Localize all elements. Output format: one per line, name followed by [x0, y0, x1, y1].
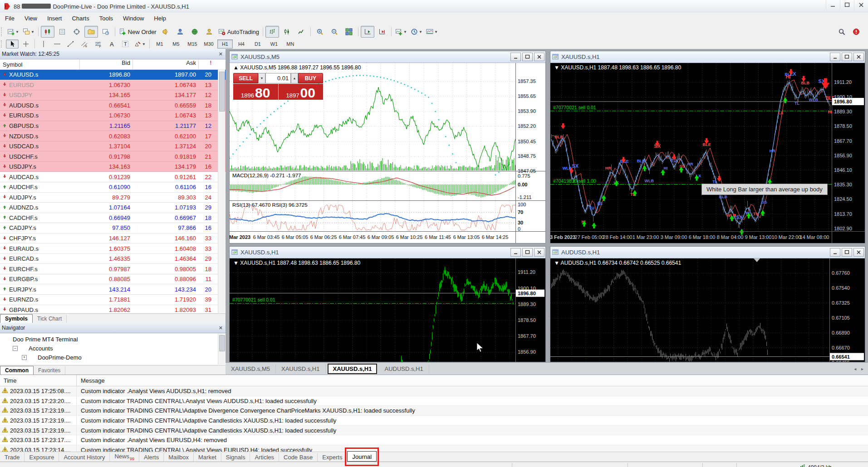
timeframe-h1-button[interactable]: H1 [217, 39, 233, 49]
data-window-toggle[interactable] [55, 26, 69, 38]
lot-size-input[interactable]: 0.01 [265, 73, 291, 83]
market-watch-row[interactable]: AUDUSD.s0.665410.6655918 [0, 101, 226, 111]
chart-tab-xauusd-s-h1-2[interactable]: XAUUSD.s,H1 [328, 364, 378, 374]
market-watch-row[interactable]: AUDCHF.s0.610900.6110616 [0, 182, 226, 193]
terminal-tab-exposure[interactable]: Exposure [25, 453, 59, 462]
horizontal-line-tool-button[interactable] [51, 39, 64, 49]
market-watch-row[interactable]: USDCHF.s0.917980.9181921 [0, 151, 226, 162]
channel-tool-button[interactable]: E [78, 39, 91, 49]
chart-canvas[interactable]: 0.677600.675400.673250.671050.668900.666… [550, 258, 865, 362]
market-watch-row[interactable]: USDJPY134.165134.17712 [0, 90, 226, 101]
menu-item-help[interactable]: Help [149, 13, 171, 24]
market-watch-row[interactable]: EURNZD.s1.718811.7192039 [0, 295, 226, 305]
window-maximize-button[interactable] [840, 0, 854, 10]
periods-button[interactable]: ▼ [409, 26, 424, 38]
zoom-out-button[interactable] [328, 26, 341, 38]
journal-row[interactable]: 2023.03.15 17:23:19....Custom indicator … [0, 406, 868, 416]
market-watch-row[interactable]: USDCAD.s1.371041.3712420 [0, 141, 226, 152]
zoom-in-button[interactable] [313, 26, 327, 38]
terminal-tab-account-history[interactable]: Account History [59, 453, 110, 462]
shapes-tool-button[interactable]: ▼ [132, 39, 147, 49]
chart-close-button[interactable] [853, 53, 864, 61]
market-watch-toggle[interactable] [41, 26, 54, 38]
chart-minimize-button[interactable] [830, 248, 840, 257]
timeframe-m5-button[interactable]: M5 [168, 39, 184, 49]
chart-titlebar[interactable]: XAUUSD.s,M5 [230, 51, 545, 63]
buy-price[interactable]: 189700 [279, 84, 324, 100]
help-button[interactable] [849, 26, 863, 38]
chart-tab-audusd-s-h1-3[interactable]: AUDUSD.s,H1 [379, 364, 429, 374]
menu-item-view[interactable]: View [20, 13, 42, 24]
menu-item-tools[interactable]: Tools [94, 13, 118, 24]
collapse-icon[interactable]: − [13, 346, 18, 351]
auto-scroll-toggle[interactable] [361, 26, 374, 38]
navigator-tab-common[interactable]: Common [0, 366, 34, 375]
market-watch-row[interactable]: USDJPY.s134.163134.17916 [0, 162, 226, 172]
column-header-[interactable]: ! [198, 59, 213, 69]
market-watch-scrollbar[interactable] [218, 69, 225, 313]
market-watch-row[interactable]: CADCHF.s0.669490.6696718 [0, 213, 226, 224]
market-watch-row[interactable]: EURUSD1.067301.0674313 [0, 80, 226, 91]
templates-button[interactable]: ▼ [425, 26, 439, 38]
chart-restore-button[interactable] [842, 53, 852, 61]
market-watch-row[interactable]: EURJPY.s143.214143.23420 [0, 284, 226, 295]
chart-minimize-button[interactable] [830, 53, 840, 61]
navigator-scrollbar[interactable] [218, 333, 225, 365]
expand-icon[interactable]: + [22, 355, 27, 360]
navigator-item-accounts[interactable]: −Accounts [0, 344, 226, 353]
terminal-tab-market[interactable]: Market [194, 453, 221, 462]
new-order-button[interactable]: New Order [118, 26, 158, 38]
navigator-toggle[interactable] [70, 26, 83, 38]
sell-price[interactable]: 189680 [233, 84, 278, 100]
column-header-bid[interactable]: Bid [79, 59, 132, 69]
navigator-close-icon[interactable]: ✕ [219, 325, 223, 331]
terminal-tab-articles[interactable]: Articles [250, 453, 279, 462]
chart-shift-toggle[interactable] [375, 26, 389, 38]
strategy-tester-toggle[interactable] [99, 26, 113, 38]
market-watch-row[interactable]: GBPUSD.s1.211651.2117712 [0, 121, 226, 131]
timeframe-mn-button[interactable]: MN [283, 39, 298, 49]
sell-button[interactable]: SELL [233, 73, 258, 83]
chart-restore-button[interactable] [842, 248, 852, 257]
market-watch-row[interactable]: EURUSD.s1.067301.0674313 [0, 111, 226, 121]
journal-row[interactable]: 2023.03.15 17:23:20....Custom indicator … [0, 396, 868, 406]
candlestick-mode-button[interactable] [280, 26, 294, 38]
timeframe-m15-button[interactable]: M15 [185, 39, 200, 49]
lot-increase-button[interactable]: ▲ [291, 73, 298, 83]
chart-close-button[interactable] [534, 53, 544, 61]
terminal-toggle[interactable] [84, 26, 98, 38]
market-watch-row[interactable]: EURCHF.s0.979870.9800518 [0, 264, 226, 274]
market-watch-row[interactable]: AUDNZD.s1.071641.0719329 [0, 203, 226, 213]
buy-button[interactable]: BUY [298, 73, 323, 83]
column-header-message[interactable]: Message [76, 377, 105, 384]
column-header-symbol[interactable]: Symbol [0, 59, 79, 69]
chart-tab-xauusd-s-m5-0[interactable]: XAUUSD.s,M5 [226, 364, 276, 374]
chart-restore-button[interactable] [522, 53, 533, 61]
market-watch-row[interactable]: EURCAD.s1.463351.4636429 [0, 254, 226, 264]
menu-item-file[interactable]: File [0, 13, 20, 24]
notifications-button[interactable] [188, 26, 201, 38]
market-watch-row[interactable]: CADJPY.s97.85097.86616 [0, 223, 226, 234]
navigator-item-dooprime-demo[interactable]: +DooPrime-Demo [0, 353, 226, 362]
chart-titlebar[interactable]: XAUUSD.s,H1 [230, 247, 545, 258]
terminal-tab-alerts[interactable]: Alerts [139, 453, 164, 462]
community-button[interactable] [173, 26, 187, 38]
terminal-tab-news[interactable]: News99 [110, 452, 139, 462]
chart-close-button[interactable] [534, 248, 544, 257]
timeframe-m1-button[interactable]: M1 [152, 39, 167, 49]
window-minimize-button[interactable] [826, 0, 840, 10]
chart-minimize-button[interactable] [510, 248, 521, 257]
journal-row[interactable]: 2023.03.15 17:23:17....Custom indicator … [0, 435, 868, 445]
window-close-button[interactable] [854, 0, 868, 10]
market-watch-row[interactable]: EURGBP.s0.880850.8809611 [0, 274, 226, 285]
search-button[interactable] [835, 26, 848, 38]
terminal-tab-mailbox[interactable]: Mailbox [164, 453, 194, 462]
terminal-tab-code-base[interactable]: Code Base [279, 453, 318, 462]
timeframe-w1-button[interactable]: W1 [266, 39, 282, 49]
journal-row[interactable]: 2023.03.15 17:23:19....Custom indicator … [0, 416, 868, 426]
chart-minimize-button[interactable] [510, 53, 521, 61]
column-header-time[interactable]: Time [0, 377, 76, 384]
market-watch-close-icon[interactable]: ✕ [219, 51, 223, 57]
label-tool-button[interactable]: T [119, 39, 132, 49]
chart-canvas[interactable]: 1857.351855.651853.901852.201850.451848.… [230, 63, 545, 243]
